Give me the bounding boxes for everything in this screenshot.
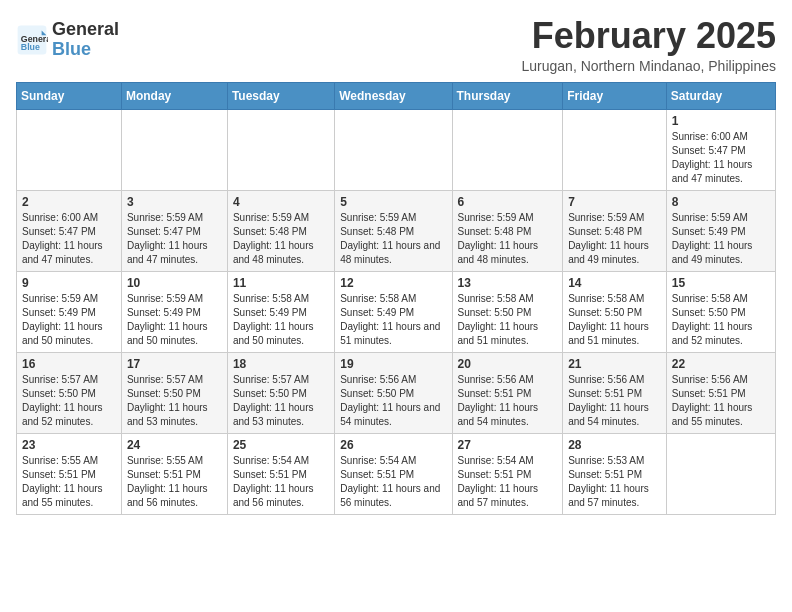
weekday-header-tuesday: Tuesday <box>227 82 334 109</box>
day-number: 18 <box>233 357 329 371</box>
day-cell: 5Sunrise: 5:59 AM Sunset: 5:48 PM Daylig… <box>335 190 452 271</box>
day-cell: 23Sunrise: 5:55 AM Sunset: 5:51 PM Dayli… <box>17 433 122 514</box>
day-info: Sunrise: 5:59 AM Sunset: 5:48 PM Dayligh… <box>458 211 558 267</box>
day-cell <box>17 109 122 190</box>
logo-text: GeneralBlue <box>52 20 119 60</box>
day-cell: 19Sunrise: 5:56 AM Sunset: 5:50 PM Dayli… <box>335 352 452 433</box>
day-info: Sunrise: 5:53 AM Sunset: 5:51 PM Dayligh… <box>568 454 661 510</box>
day-number: 24 <box>127 438 222 452</box>
day-info: Sunrise: 5:59 AM Sunset: 5:49 PM Dayligh… <box>127 292 222 348</box>
day-number: 9 <box>22 276 116 290</box>
day-info: Sunrise: 5:57 AM Sunset: 5:50 PM Dayligh… <box>127 373 222 429</box>
week-row-1: 1Sunrise: 6:00 AM Sunset: 5:47 PM Daylig… <box>17 109 776 190</box>
day-info: Sunrise: 5:59 AM Sunset: 5:49 PM Dayligh… <box>672 211 770 267</box>
day-cell: 2Sunrise: 6:00 AM Sunset: 5:47 PM Daylig… <box>17 190 122 271</box>
day-cell: 11Sunrise: 5:58 AM Sunset: 5:49 PM Dayli… <box>227 271 334 352</box>
day-cell <box>452 109 563 190</box>
day-number: 27 <box>458 438 558 452</box>
day-info: Sunrise: 5:54 AM Sunset: 5:51 PM Dayligh… <box>340 454 446 510</box>
weekday-header-monday: Monday <box>121 82 227 109</box>
day-number: 20 <box>458 357 558 371</box>
day-number: 19 <box>340 357 446 371</box>
weekday-header-row: SundayMondayTuesdayWednesdayThursdayFrid… <box>17 82 776 109</box>
day-cell: 24Sunrise: 5:55 AM Sunset: 5:51 PM Dayli… <box>121 433 227 514</box>
day-number: 7 <box>568 195 661 209</box>
day-info: Sunrise: 5:57 AM Sunset: 5:50 PM Dayligh… <box>233 373 329 429</box>
week-row-4: 16Sunrise: 5:57 AM Sunset: 5:50 PM Dayli… <box>17 352 776 433</box>
day-cell: 10Sunrise: 5:59 AM Sunset: 5:49 PM Dayli… <box>121 271 227 352</box>
day-number: 4 <box>233 195 329 209</box>
day-cell: 20Sunrise: 5:56 AM Sunset: 5:51 PM Dayli… <box>452 352 563 433</box>
day-cell: 4Sunrise: 5:59 AM Sunset: 5:48 PM Daylig… <box>227 190 334 271</box>
day-info: Sunrise: 5:55 AM Sunset: 5:51 PM Dayligh… <box>22 454 116 510</box>
logo-icon: General Blue <box>16 24 48 56</box>
day-number: 13 <box>458 276 558 290</box>
day-number: 21 <box>568 357 661 371</box>
day-cell: 18Sunrise: 5:57 AM Sunset: 5:50 PM Dayli… <box>227 352 334 433</box>
day-info: Sunrise: 5:54 AM Sunset: 5:51 PM Dayligh… <box>458 454 558 510</box>
day-info: Sunrise: 6:00 AM Sunset: 5:47 PM Dayligh… <box>672 130 770 186</box>
week-row-2: 2Sunrise: 6:00 AM Sunset: 5:47 PM Daylig… <box>17 190 776 271</box>
day-cell: 12Sunrise: 5:58 AM Sunset: 5:49 PM Dayli… <box>335 271 452 352</box>
weekday-header-saturday: Saturday <box>666 82 775 109</box>
day-number: 10 <box>127 276 222 290</box>
day-cell: 16Sunrise: 5:57 AM Sunset: 5:50 PM Dayli… <box>17 352 122 433</box>
svg-text:Blue: Blue <box>21 42 40 52</box>
day-cell: 15Sunrise: 5:58 AM Sunset: 5:50 PM Dayli… <box>666 271 775 352</box>
day-cell: 28Sunrise: 5:53 AM Sunset: 5:51 PM Dayli… <box>563 433 667 514</box>
day-number: 8 <box>672 195 770 209</box>
day-info: Sunrise: 5:59 AM Sunset: 5:48 PM Dayligh… <box>233 211 329 267</box>
day-info: Sunrise: 5:59 AM Sunset: 5:47 PM Dayligh… <box>127 211 222 267</box>
day-cell: 6Sunrise: 5:59 AM Sunset: 5:48 PM Daylig… <box>452 190 563 271</box>
logo: General Blue GeneralBlue <box>16 20 119 60</box>
day-number: 22 <box>672 357 770 371</box>
day-info: Sunrise: 5:56 AM Sunset: 5:51 PM Dayligh… <box>672 373 770 429</box>
day-number: 26 <box>340 438 446 452</box>
day-cell: 27Sunrise: 5:54 AM Sunset: 5:51 PM Dayli… <box>452 433 563 514</box>
title-block: February 2025 Lurugan, Northern Mindanao… <box>522 16 777 74</box>
day-number: 17 <box>127 357 222 371</box>
weekday-header-wednesday: Wednesday <box>335 82 452 109</box>
day-number: 6 <box>458 195 558 209</box>
day-info: Sunrise: 5:55 AM Sunset: 5:51 PM Dayligh… <box>127 454 222 510</box>
day-cell <box>335 109 452 190</box>
day-info: Sunrise: 5:58 AM Sunset: 5:50 PM Dayligh… <box>672 292 770 348</box>
day-cell: 25Sunrise: 5:54 AM Sunset: 5:51 PM Dayli… <box>227 433 334 514</box>
day-info: Sunrise: 5:56 AM Sunset: 5:51 PM Dayligh… <box>568 373 661 429</box>
calendar-table: SundayMondayTuesdayWednesdayThursdayFrid… <box>16 82 776 515</box>
day-cell: 17Sunrise: 5:57 AM Sunset: 5:50 PM Dayli… <box>121 352 227 433</box>
weekday-header-friday: Friday <box>563 82 667 109</box>
day-number: 1 <box>672 114 770 128</box>
day-cell: 9Sunrise: 5:59 AM Sunset: 5:49 PM Daylig… <box>17 271 122 352</box>
day-cell: 13Sunrise: 5:58 AM Sunset: 5:50 PM Dayli… <box>452 271 563 352</box>
day-cell <box>121 109 227 190</box>
day-info: Sunrise: 6:00 AM Sunset: 5:47 PM Dayligh… <box>22 211 116 267</box>
day-cell: 7Sunrise: 5:59 AM Sunset: 5:48 PM Daylig… <box>563 190 667 271</box>
day-cell <box>666 433 775 514</box>
day-cell <box>227 109 334 190</box>
day-info: Sunrise: 5:56 AM Sunset: 5:50 PM Dayligh… <box>340 373 446 429</box>
page-header: General Blue GeneralBlue February 2025 L… <box>16 16 776 74</box>
day-number: 12 <box>340 276 446 290</box>
week-row-5: 23Sunrise: 5:55 AM Sunset: 5:51 PM Dayli… <box>17 433 776 514</box>
month-title: February 2025 <box>522 16 777 56</box>
day-info: Sunrise: 5:59 AM Sunset: 5:48 PM Dayligh… <box>340 211 446 267</box>
day-cell: 8Sunrise: 5:59 AM Sunset: 5:49 PM Daylig… <box>666 190 775 271</box>
day-info: Sunrise: 5:58 AM Sunset: 5:50 PM Dayligh… <box>458 292 558 348</box>
weekday-header-thursday: Thursday <box>452 82 563 109</box>
day-number: 15 <box>672 276 770 290</box>
day-info: Sunrise: 5:58 AM Sunset: 5:50 PM Dayligh… <box>568 292 661 348</box>
day-cell: 21Sunrise: 5:56 AM Sunset: 5:51 PM Dayli… <box>563 352 667 433</box>
day-info: Sunrise: 5:59 AM Sunset: 5:49 PM Dayligh… <box>22 292 116 348</box>
day-number: 28 <box>568 438 661 452</box>
weekday-header-sunday: Sunday <box>17 82 122 109</box>
week-row-3: 9Sunrise: 5:59 AM Sunset: 5:49 PM Daylig… <box>17 271 776 352</box>
day-number: 14 <box>568 276 661 290</box>
day-number: 2 <box>22 195 116 209</box>
day-cell: 22Sunrise: 5:56 AM Sunset: 5:51 PM Dayli… <box>666 352 775 433</box>
location-subtitle: Lurugan, Northern Mindanao, Philippines <box>522 58 777 74</box>
day-cell: 14Sunrise: 5:58 AM Sunset: 5:50 PM Dayli… <box>563 271 667 352</box>
day-cell <box>563 109 667 190</box>
day-info: Sunrise: 5:59 AM Sunset: 5:48 PM Dayligh… <box>568 211 661 267</box>
day-number: 25 <box>233 438 329 452</box>
